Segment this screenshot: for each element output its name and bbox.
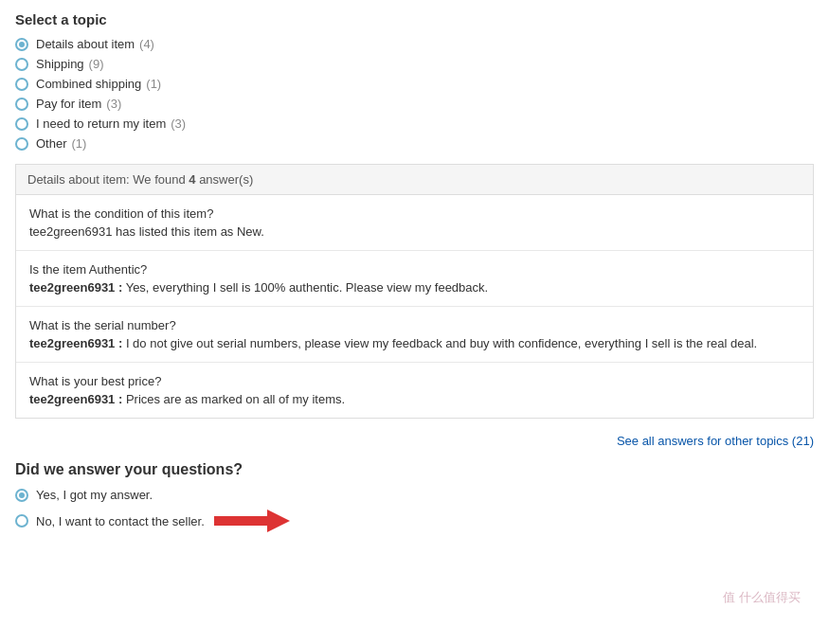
topic-item-return[interactable]: I need to return my item (3) [15,116,814,131]
qa-item-1: Is the item Authentic?tee2green6931 : Ye… [16,251,813,307]
topic-label-shipping: Shipping [36,57,84,71]
topic-item-combined[interactable]: Combined shipping (1) [15,77,814,91]
qa-question-2: What is the serial number? [29,318,800,332]
answers-header-text: Details about item: We found 4 answer(s) [27,172,253,187]
answers-header: Details about item: We found 4 answer(s) [16,165,813,195]
topic-item-other[interactable]: Other (1) [15,136,814,151]
select-topic-title: Select a topic [15,11,814,27]
topic-count-combined: (1) [146,77,161,91]
qa-answer-2: tee2green6931 : I do not give out serial… [29,336,800,350]
radio-answer-yes [15,489,28,502]
answer-options-list: Yes, I got my answer.No, I want to conta… [15,488,814,534]
radio-details [15,38,28,51]
radio-other [15,137,28,151]
radio-return [15,117,28,131]
topic-count-details: (4) [139,37,154,51]
qa-answer-1: tee2green6931 : Yes, everything I sell i… [29,280,800,295]
topic-item-details[interactable]: Details about item (4) [15,37,814,51]
answer-option-no[interactable]: No, I want to contact the seller. [15,508,814,534]
answer-option-label-yes: Yes, I got my answer. [36,488,153,502]
topic-label-combined: Combined shipping [36,77,141,91]
answer-option-yes[interactable]: Yes, I got my answer. [15,488,814,502]
answer-option-label-no: No, I want to contact the seller. [36,514,205,528]
topic-item-shipping[interactable]: Shipping (9) [15,57,814,71]
qa-question-0: What is the condition of this item? [29,206,800,221]
topic-list: Details about item (4)Shipping (9)Combin… [15,37,814,151]
watermark: 值 什么值得买 [723,589,801,606]
svg-rect-2 [214,516,269,526]
see-all-link[interactable]: See all answers for other topics (21) [15,430,814,456]
radio-combined [15,78,28,91]
svg-marker-1 [267,510,290,532]
topic-label-other: Other [36,136,67,151]
qa-answer-3: tee2green6931 : Prices are as marked on … [29,392,800,406]
qa-item-2: What is the serial number?tee2green6931 … [16,307,813,363]
qa-question-3: What is your best price? [29,374,800,388]
radio-pay [15,98,28,111]
radio-answer-no [15,514,28,528]
did-we-answer-title: Did we answer your questions? [15,461,814,478]
topic-count-pay: (3) [106,97,121,111]
topic-count-return: (3) [171,116,186,131]
topic-count-other: (1) [72,136,87,151]
qa-item-0: What is the condition of this item?tee2g… [16,195,813,251]
topic-count-shipping: (9) [89,57,104,71]
qa-list: What is the condition of this item?tee2g… [16,195,813,418]
qa-question-1: Is the item Authentic? [29,262,800,277]
qa-item-3: What is your best price?tee2green6931 : … [16,363,813,418]
topic-label-pay: Pay for item [36,97,101,111]
radio-shipping [15,58,28,71]
topic-label-details: Details about item [36,37,135,51]
answers-panel: Details about item: We found 4 answer(s)… [15,164,814,419]
topic-item-pay[interactable]: Pay for item (3) [15,97,814,111]
select-topic-section: Select a topic Details about item (4)Shi… [15,11,814,534]
arrow-icon [214,508,290,534]
topic-label-return: I need to return my item [36,116,166,131]
qa-answer-0: tee2green6931 has listed this item as Ne… [29,224,800,239]
